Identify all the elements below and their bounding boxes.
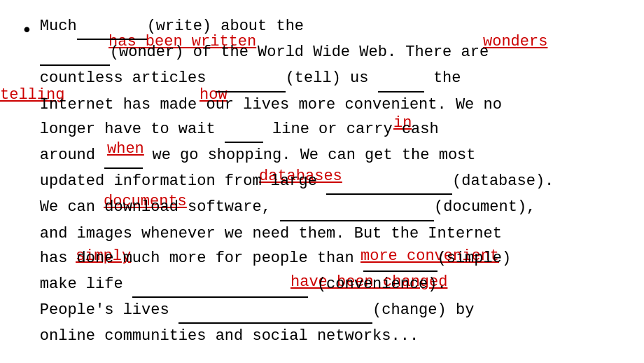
blank-in	[225, 117, 263, 143]
line-5: longer have to wait line or carry cash	[40, 121, 439, 138]
blank-simple	[363, 246, 438, 272]
blank-tell	[216, 66, 286, 92]
line-7: updated information from large (database…	[40, 172, 554, 190]
line-11: make life (convenience).	[40, 275, 447, 293]
text-block: Much (write) about the (wonder) of the W…	[40, 14, 623, 348]
line-9: and images whenever we need them. But th…	[40, 225, 502, 242]
line-2: (wonder) of the World Wide Web. There ar…	[40, 43, 489, 61]
line-13: online communities and social networks..…	[40, 327, 419, 345]
line-10: has done much more for people than (simp…	[40, 249, 511, 267]
blank-change	[178, 298, 372, 324]
line-3: countless articles (tell) us the	[40, 69, 461, 87]
page: has been written wonders telling how in …	[0, 0, 644, 355]
paragraph: • Much (write) about the (wonder) of the…	[21, 14, 623, 348]
line-1: Much (write) about the	[40, 18, 304, 35]
line-4: Internet has made our lives more conveni…	[40, 96, 502, 114]
bullet-symbol: •	[21, 17, 33, 44]
blank-wonder	[40, 40, 110, 66]
blank-the	[378, 66, 424, 92]
line-8: We can download software, (document),	[40, 198, 536, 216]
blank-database	[326, 169, 452, 195]
blank-write	[77, 14, 147, 40]
line-12: People's lives (change) by	[40, 301, 475, 319]
blank-convenience	[132, 272, 308, 298]
line-6: around we go shopping. We can get the mo…	[40, 146, 476, 164]
blank-when	[104, 143, 143, 169]
blank-document	[280, 195, 434, 221]
